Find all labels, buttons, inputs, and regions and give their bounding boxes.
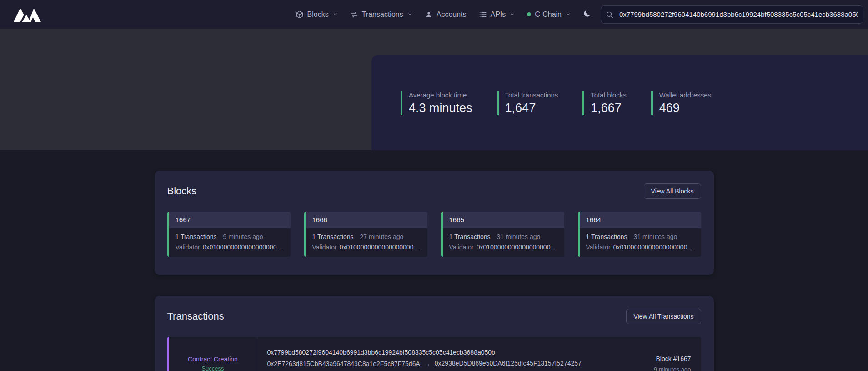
nav-item-label: Accounts [437,10,467,19]
stat-total-blocks: Total blocks 1,667 [582,91,626,115]
block-tx-count: 1 Transactions [312,233,354,240]
transactions-card-header: Transactions View All Transactions [167,309,701,324]
cube-icon [296,10,304,19]
stats-panel: Average block time 4.3 minutes Total tra… [371,55,868,150]
stat-value: 469 [659,101,712,115]
chevron-down-icon [333,12,338,17]
nav-item-label: Blocks [307,10,329,19]
transaction-meta: Block #1667 9 minutes ago [644,337,701,371]
stat-value: 4.3 minutes [409,101,472,115]
block-age: 31 minutes ago [634,233,677,240]
block-number-link[interactable]: 1666 [312,216,327,224]
blocks-title: Blocks [167,185,197,197]
main-menu: Blocks Transactions Accounts [296,10,571,19]
transaction-type-box: Contract Creation Success [169,337,257,371]
avalanche-logo[interactable] [14,7,42,22]
from-address[interactable]: 0x2E7263d815CbB43a9647843C8a1e2F5c87F75d… [267,360,420,367]
block-age: 27 minutes ago [360,233,404,240]
person-icon [425,10,433,19]
stat-total-transactions: Total transactions 1,647 [497,91,558,115]
block-tx-count: 1 Transactions [586,233,627,240]
block-tx-count: 1 Transactions [176,233,217,240]
hero-section: Average block time 4.3 minutes Total tra… [0,29,868,150]
block-tile-body: 1 Transactions 9 minutes ago Validator 0… [169,228,291,257]
nav-item-blocks[interactable]: Blocks [296,10,338,19]
block-tile: 1667 1 Transactions 9 minutes ago Valida… [167,212,291,257]
chevron-down-icon [407,12,412,17]
block-tile: 1666 1 Transactions 27 minutes ago Valid… [304,212,427,257]
block-tile-header: 1666 [306,212,427,228]
chevron-down-icon [566,12,571,17]
transactions-card: Transactions View All Transactions Contr… [155,296,714,371]
block-tile-header: 1664 [580,212,701,228]
block-tile-body: 1 Transactions 31 minutes ago Validator … [580,228,701,257]
stat-average-block-time: Average block time 4.3 minutes [401,91,472,115]
list-icon [479,10,487,19]
transaction-hash-link[interactable]: 0x7799bd580272f9604140b6991d3bb6c19924bf… [267,349,495,356]
nav-item-apis[interactable]: APIs [479,10,515,19]
theme-toggle-button[interactable] [582,9,592,20]
validator-label: Validator [449,244,474,251]
view-all-blocks-button[interactable]: View All Blocks [644,183,701,199]
search-icon [606,10,613,18]
block-tile-header: 1665 [443,212,564,228]
block-number-link[interactable]: 1665 [449,216,464,224]
block-age: 31 minutes ago [497,233,541,240]
stat-label: Total transactions [505,91,558,99]
stat-value: 1,667 [591,101,626,115]
nav-item-label: APIs [491,10,506,19]
transaction-block-link[interactable]: Block #1667 [656,355,691,362]
validator-address: 0x01000000000000000000000000000000000000… [613,244,695,251]
nav-item-accounts[interactable]: Accounts [425,10,467,19]
nav-item-label: C-Chain [535,10,562,19]
transactions-title: Transactions [167,310,224,322]
block-age: 9 minutes ago [223,233,263,240]
view-all-transactions-button[interactable]: View All Transactions [626,309,701,324]
block-tile: 1664 1 Transactions 31 minutes ago Valid… [578,212,701,257]
transaction-type: Contract Creation [188,356,238,363]
arrow-right-icon: → [424,360,431,367]
validator-label: Validator [176,244,200,251]
block-tile-header: 1667 [169,212,291,228]
search-input[interactable] [601,5,863,24]
nav-item-transactions[interactable]: Transactions [350,10,412,19]
block-number-link[interactable]: 1667 [176,216,191,224]
chevron-down-icon [510,12,515,17]
blocks-card-header: Blocks View All Blocks [167,183,701,199]
search-box [601,5,863,24]
stat-value: 1,647 [505,101,558,115]
swap-arrows-icon [350,10,358,19]
validator-address: 0x01000000000000000000000000000000000000… [477,244,558,251]
blockchain-explorer-app: Blocks Transactions Accounts [0,0,868,371]
stat-label: Wallet addresses [659,91,712,99]
transaction-details: 0x7799bd580272f9604140b6991d3bb6c19924bf… [257,337,644,371]
validator-address: 0x01000000000000000000000000000000000000… [340,244,421,251]
stats-row: Average block time 4.3 minutes Total tra… [371,55,868,115]
block-tx-count: 1 Transactions [449,233,491,240]
block-tile-body: 1 Transactions 27 minutes ago Validator … [306,228,427,257]
transaction-addresses: 0x2E7263d815CbB43a9647843C8a1e2F5c87F75d… [267,360,634,367]
transaction-status-badge: Success [201,365,224,371]
blocks-card: Blocks View All Blocks 1667 1 Transactio… [155,171,714,275]
block-number-link[interactable]: 1664 [586,216,601,224]
validator-label: Validator [312,244,337,251]
avalanche-logo-icon [14,7,42,22]
transaction-row: Contract Creation Success 0x7799bd580272… [167,337,701,371]
block-tile: 1665 1 Transactions 31 minutes ago Valid… [441,212,564,257]
stat-wallet-addresses: Wallet addresses 469 [651,91,712,115]
transaction-age: 9 minutes ago [654,366,691,371]
nav-item-label: Transactions [362,10,403,19]
validator-label: Validator [586,244,611,251]
block-tiles: 1667 1 Transactions 9 minutes ago Valida… [167,212,701,257]
main-content: Blocks View All Blocks 1667 1 Transactio… [155,150,714,371]
validator-address: 0x01000000000000000000000000000000000000… [203,244,284,251]
to-address-link[interactable]: 0x2938eD5D869e50DA6f125dfc45F13157f52742… [435,360,582,367]
stat-label: Total blocks [591,91,626,99]
navbar: Blocks Transactions Accounts [0,0,868,29]
block-tile-body: 1 Transactions 31 minutes ago Validator … [443,228,564,257]
nav-item-chain-selector[interactable]: C-Chain [527,10,571,19]
network-status-dot [527,12,531,16]
moon-icon [582,9,592,20]
stat-label: Average block time [409,91,472,99]
